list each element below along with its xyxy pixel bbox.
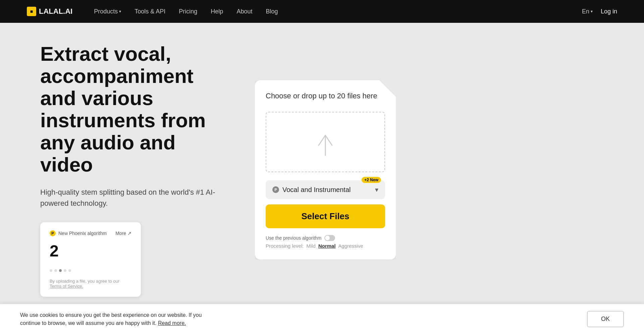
upload-options: Use the previous algorithm Processing le… bbox=[266, 235, 385, 249]
level-aggressive[interactable]: Aggressive bbox=[338, 243, 363, 249]
processing-levels: Processing level: Mild Normal Aggressive bbox=[266, 243, 385, 249]
phoenix-badge: P bbox=[50, 230, 56, 236]
cookie-banner: We use cookies to ensure you get the bes… bbox=[0, 304, 644, 334]
level-normal-active[interactable]: Normal bbox=[318, 243, 336, 249]
stat-block: 2 times faster stem splitting bbox=[50, 242, 131, 264]
login-button[interactable]: Log in bbox=[601, 8, 617, 15]
hero-text-block: Extract vocal, accompaniment and various… bbox=[40, 43, 228, 297]
drop-zone[interactable] bbox=[266, 112, 385, 172]
prev-algo-toggle[interactable] bbox=[324, 235, 335, 241]
hero-section: Extract vocal, accompaniment and various… bbox=[0, 23, 644, 317]
select-files-button[interactable]: Select Files bbox=[266, 204, 385, 228]
nav-help[interactable]: Help bbox=[205, 5, 228, 18]
dot-1 bbox=[50, 269, 52, 272]
p-icon: P bbox=[272, 186, 279, 193]
logo-icon: ■ bbox=[27, 7, 36, 16]
more-link[interactable]: More ↗ bbox=[115, 231, 131, 236]
stat-desc: times faster stem splitting bbox=[63, 252, 94, 264]
nav-blog[interactable]: Blog bbox=[260, 5, 283, 18]
card-dots bbox=[50, 269, 131, 272]
nav-about[interactable]: About bbox=[231, 5, 258, 18]
hero-subtitle: High-quality stem splitting based on the… bbox=[40, 187, 228, 209]
nav-tools[interactable]: Tools & API bbox=[129, 5, 171, 18]
language-selector[interactable]: En ▾ bbox=[582, 8, 593, 15]
card-footer: By uploading a file, you agree to our Te… bbox=[50, 279, 131, 289]
nav-right: En ▾ Log in bbox=[582, 8, 617, 15]
lang-chevron-icon: ▾ bbox=[591, 9, 593, 14]
upload-arrow-icon bbox=[312, 125, 339, 159]
terms-link[interactable]: Terms of Service. bbox=[50, 284, 83, 289]
ok-button[interactable]: OK bbox=[587, 311, 624, 327]
dot-2 bbox=[54, 269, 57, 272]
algo-info: P New Phoenix algorithm bbox=[50, 230, 107, 236]
separator-dropdown[interactable]: P Vocal and Instrumental +2 New ▾ bbox=[266, 180, 385, 199]
nav-links: Products ▾ Tools & API Pricing Help Abou… bbox=[89, 5, 582, 18]
cookie-text: We use cookies to ensure you get the bes… bbox=[20, 311, 221, 327]
upload-panel: Choose or drop up to 20 files here P Voc… bbox=[255, 80, 396, 260]
nav-pricing[interactable]: Pricing bbox=[173, 5, 203, 18]
read-more-link[interactable]: Read more. bbox=[158, 320, 186, 326]
separator-label: P Vocal and Instrumental bbox=[272, 186, 351, 194]
algo-label: New Phoenix algorithm bbox=[58, 231, 107, 236]
navigation: ■ LALAL.AI Products ▾ Tools & API Pricin… bbox=[0, 0, 644, 23]
prev-algo-row: Use the previous algorithm bbox=[266, 235, 385, 241]
upload-header: Choose or drop up to 20 files here bbox=[266, 91, 385, 101]
nav-products[interactable]: Products ▾ bbox=[89, 5, 126, 18]
processing-label: Processing level: bbox=[266, 243, 304, 249]
chevron-down-icon: ▾ bbox=[119, 9, 121, 14]
dropdown-chevron-icon: ▾ bbox=[375, 186, 378, 194]
new-badge: +2 New bbox=[362, 177, 381, 183]
dot-3-active bbox=[59, 269, 62, 272]
stat-number: 2 bbox=[50, 242, 59, 260]
logo[interactable]: ■ LALAL.AI bbox=[27, 7, 72, 16]
promo-card: P New Phoenix algorithm More ↗ 2 times f… bbox=[40, 222, 141, 297]
logo-text: LALAL.AI bbox=[39, 7, 72, 16]
dot-5 bbox=[68, 269, 71, 272]
level-mild[interactable]: Mild bbox=[306, 243, 316, 249]
prev-algo-label: Use the previous algorithm bbox=[266, 235, 322, 241]
card-header: P New Phoenix algorithm More ↗ bbox=[50, 230, 131, 236]
hero-title: Extract vocal, accompaniment and various… bbox=[40, 43, 228, 176]
dot-4 bbox=[64, 269, 66, 272]
